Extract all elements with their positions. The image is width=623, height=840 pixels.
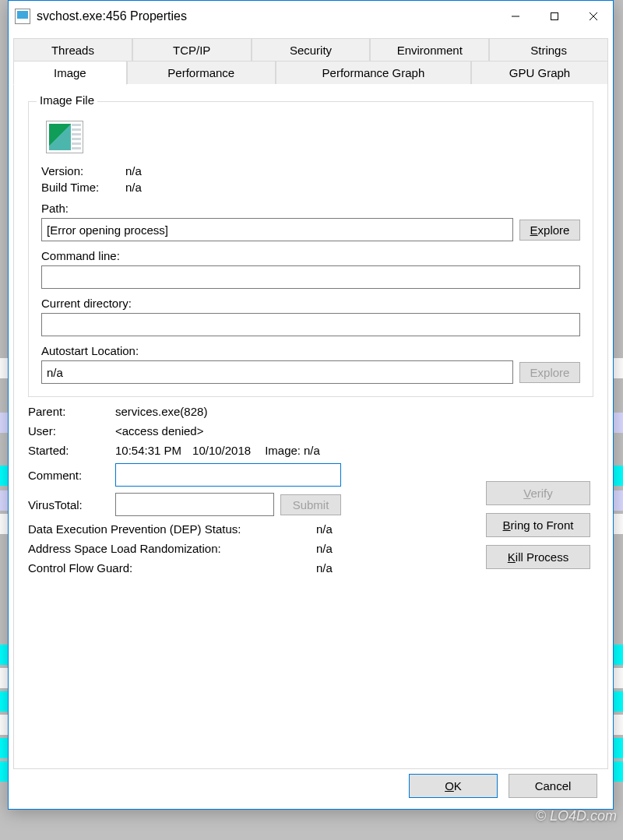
tab-tcpip[interactable]: TCP/IP [132, 38, 252, 62]
ok-button[interactable]: OK [409, 774, 498, 798]
submit-button: Submit [280, 494, 341, 515]
user-label: User: [28, 424, 115, 438]
version-value: n/a [125, 164, 142, 177]
parent-label: Parent: [28, 405, 115, 418]
aslr-label: Address Space Load Randomization: [28, 542, 316, 555]
path-label: Path: [41, 202, 580, 215]
close-icon [589, 12, 598, 21]
started-time: 10:54:31 PM [115, 444, 181, 457]
path-field[interactable] [41, 218, 513, 241]
cancel-button[interactable]: Cancel [509, 774, 597, 798]
properties-window: svchost.exe:456 Properties Threads TCP/I… [8, 0, 614, 810]
comment-field[interactable] [115, 463, 341, 487]
maximize-icon [550, 12, 559, 21]
tab-content-image: Image File Version: n/a Build Time: n/a … [13, 84, 608, 769]
tab-threads[interactable]: Threads [13, 38, 132, 62]
titlebar: svchost.exe:456 Properties [9, 1, 613, 32]
dialog-buttons: OK Cancel [409, 774, 597, 798]
verify-button: Verify [486, 481, 590, 505]
tabs: Threads TCP/IP Security Environment Stri… [9, 32, 613, 769]
started-label: Started: [28, 444, 115, 457]
image-file-group: Image File Version: n/a Build Time: n/a … [28, 101, 593, 397]
maximize-button[interactable] [535, 1, 574, 32]
minimize-icon [511, 12, 520, 21]
tab-gpu-graph[interactable]: GPU Graph [471, 61, 608, 85]
virustotal-label: VirusTotal: [28, 498, 115, 511]
group-label: Image File [37, 93, 97, 107]
buildtime-label: Build Time: [41, 181, 125, 194]
tab-performance[interactable]: Performance [127, 61, 276, 85]
bring-to-front-button[interactable]: Bring to Front [486, 513, 590, 537]
user-value: <access denied> [115, 424, 593, 438]
minimize-button[interactable] [496, 1, 535, 32]
side-buttons: Verify Bring to Front Kill Process [486, 481, 590, 569]
tab-strings[interactable]: Strings [489, 38, 608, 62]
tab-image[interactable]: Image [13, 61, 127, 85]
tab-security[interactable]: Security [252, 38, 371, 62]
comment-label: Comment: [28, 469, 115, 482]
explore-autostart-button: Explore [519, 362, 580, 383]
virustotal-field[interactable] [115, 493, 274, 516]
curdir-field[interactable] [41, 313, 580, 336]
cfg-value: n/a [316, 561, 333, 575]
tab-performance-graph[interactable]: Performance Graph [276, 61, 471, 85]
image-bits-value: n/a [304, 444, 320, 457]
buildtime-value: n/a [125, 181, 142, 194]
autostart-label: Autostart Location: [41, 344, 580, 357]
cfg-label: Control Flow Guard: [28, 561, 316, 575]
curdir-label: Current directory: [41, 297, 580, 310]
svg-rect-1 [551, 13, 558, 20]
image-bits-label: Image: [265, 444, 301, 457]
explore-path-button[interactable]: Explore [519, 220, 580, 241]
parent-value: services.exe(828) [115, 405, 593, 418]
tab-environment[interactable]: Environment [370, 38, 489, 62]
autostart-field[interactable] [41, 360, 513, 384]
watermark: © LO4D.com [536, 808, 617, 824]
process-icon [46, 121, 83, 153]
aslr-value: n/a [316, 542, 333, 555]
started-date: 10/10/2018 [192, 444, 251, 457]
cmdline-field[interactable] [41, 265, 580, 289]
close-button[interactable] [574, 1, 613, 32]
dep-label: Data Execution Prevention (DEP) Status: [28, 522, 316, 536]
kill-process-button[interactable]: Kill Process [486, 545, 590, 569]
app-icon [15, 9, 30, 24]
window-title: svchost.exe:456 Properties [37, 9, 496, 23]
dep-value: n/a [316, 522, 333, 536]
version-label: Version: [41, 164, 125, 177]
cmdline-label: Command line: [41, 249, 580, 262]
